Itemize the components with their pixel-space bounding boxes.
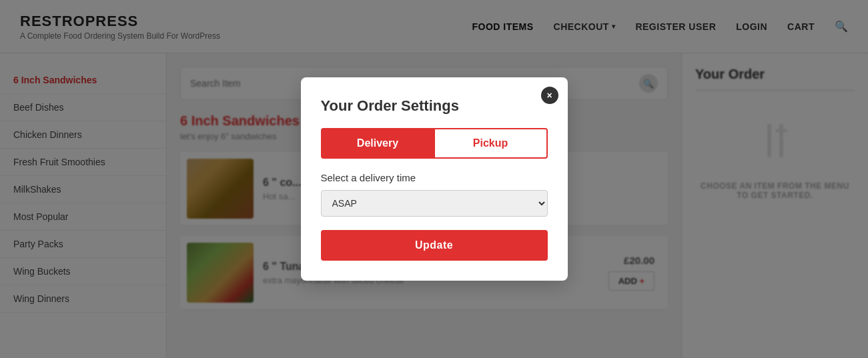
pickup-button[interactable]: Pickup (435, 128, 548, 159)
modal-close-button[interactable]: × (541, 87, 558, 104)
delivery-button[interactable]: Delivery (321, 128, 435, 159)
update-button[interactable]: Update (321, 230, 548, 261)
delivery-time-select[interactable]: ASAP 15 minutes 30 minutes 45 minutes 1 … (321, 190, 548, 217)
modal-title: Your Order Settings (321, 97, 548, 115)
delivery-options: Delivery Pickup (321, 128, 548, 159)
modal-overlay[interactable]: × Your Order Settings Delivery Pickup Se… (0, 0, 868, 358)
delivery-time-label: Select a delivery time (321, 172, 548, 183)
order-settings-modal: × Your Order Settings Delivery Pickup Se… (301, 77, 568, 281)
